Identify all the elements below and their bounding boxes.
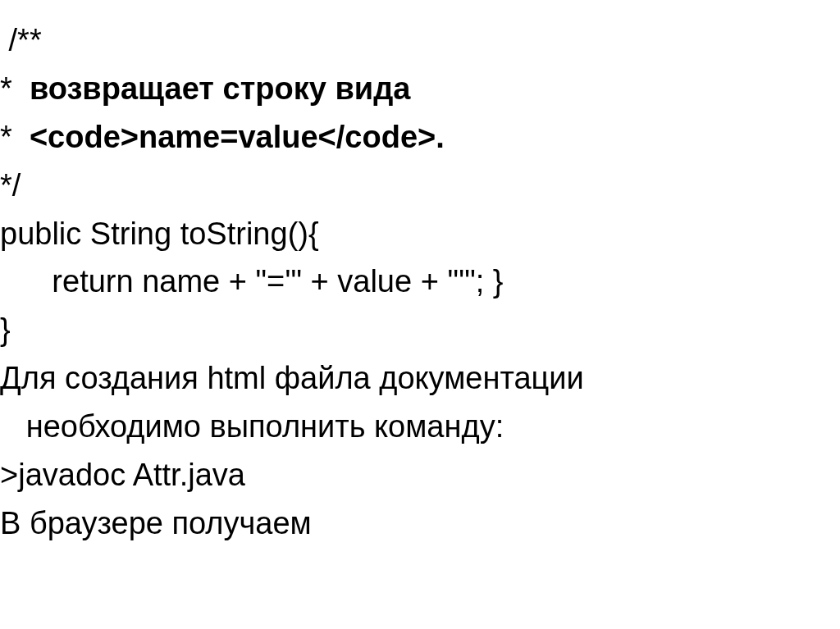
code-line-7: } xyxy=(0,306,840,354)
asterisk: * xyxy=(0,71,30,106)
text-line-11: В браузере получаем xyxy=(0,499,840,548)
text-line-10: >javadoc Attr.java xyxy=(0,451,840,499)
asterisk: * xyxy=(0,120,30,154)
code-line-3: * <code>name=value</code>. xyxy=(0,113,840,162)
code-line-2: * возвращает строку вида xyxy=(0,65,840,113)
code-line-5: public String toString(){ xyxy=(0,210,840,258)
doc-text-bold: возвращает строку вида xyxy=(30,71,410,106)
text-line-9: необходимо выполнить команду: xyxy=(0,403,840,451)
text-line-8: Для создания html файла документации xyxy=(0,354,840,403)
code-line-4: */ xyxy=(0,162,840,210)
code-line-6: return name + "='" + value + "'"; } xyxy=(0,258,840,306)
doc-code-bold: <code>name=value</code>. xyxy=(30,120,445,154)
code-line-1: /** xyxy=(0,16,840,65)
slide-content: /** * возвращает строку вида * <code>nam… xyxy=(0,0,840,548)
